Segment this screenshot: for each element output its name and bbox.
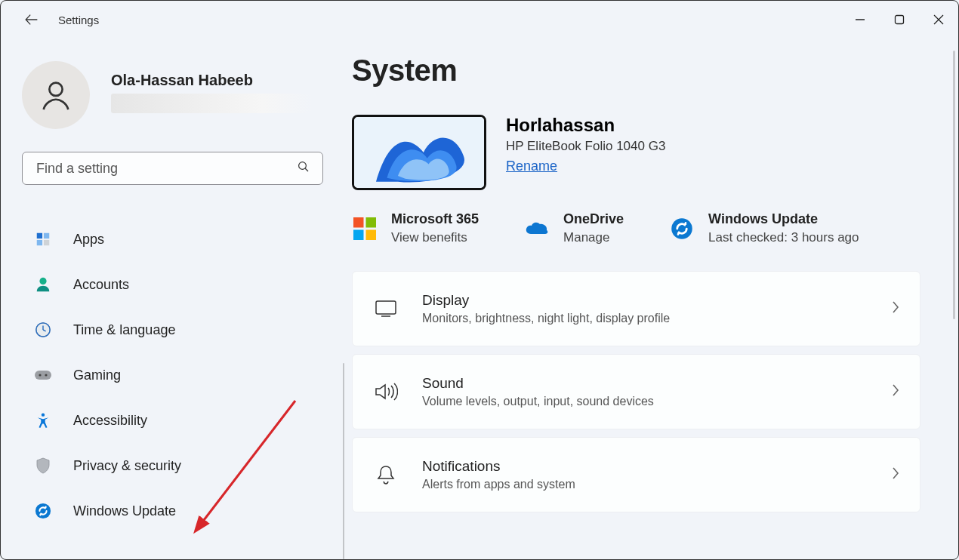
microsoft-logo-icon bbox=[352, 216, 378, 242]
svg-rect-28 bbox=[376, 301, 396, 314]
svg-rect-24 bbox=[366, 217, 377, 228]
tile-sub: Last checked: 3 hours ago bbox=[708, 230, 859, 245]
svg-point-12 bbox=[39, 278, 46, 285]
tile-title: Windows Update bbox=[708, 211, 859, 227]
sidebar-item-label: Privacy & security bbox=[73, 458, 181, 474]
tile-sub: Manage bbox=[563, 230, 624, 245]
card-sub: Monitors, brightness, night light, displ… bbox=[422, 312, 868, 325]
bell-icon bbox=[372, 464, 399, 485]
sidebar-item-label: Apps bbox=[73, 232, 104, 248]
svg-rect-25 bbox=[353, 229, 364, 240]
svg-point-5 bbox=[49, 83, 62, 96]
svg-point-6 bbox=[299, 162, 307, 170]
accessibility-icon bbox=[32, 410, 54, 431]
sidebar-item-label: Accessibility bbox=[73, 413, 147, 429]
search-input[interactable] bbox=[35, 160, 297, 177]
chevron-right-icon bbox=[891, 383, 900, 400]
tile-title: Microsoft 365 bbox=[391, 211, 479, 227]
device-wallpaper bbox=[352, 115, 486, 190]
tile-sub: View benefits bbox=[391, 230, 479, 245]
page-title: System bbox=[352, 54, 920, 88]
card-notifications[interactable]: Notifications Alerts from apps and syste… bbox=[352, 437, 920, 512]
svg-point-21 bbox=[35, 503, 51, 518]
svg-rect-10 bbox=[37, 240, 42, 245]
svg-rect-2 bbox=[896, 16, 904, 24]
onedrive-icon bbox=[524, 216, 550, 242]
card-sub: Alerts from apps and system bbox=[422, 478, 868, 491]
sidebar-item-label: Time & language bbox=[73, 322, 175, 338]
svg-point-27 bbox=[671, 218, 692, 239]
main-content: System Horlahassan HP EliteBook Folio 10… bbox=[344, 38, 958, 559]
sidebar-item-label: Accounts bbox=[73, 277, 129, 293]
gaming-icon bbox=[32, 365, 54, 386]
svg-rect-23 bbox=[353, 217, 364, 228]
maximize-button[interactable] bbox=[880, 6, 919, 33]
sidebar-item-privacy-security[interactable]: Privacy & security bbox=[22, 448, 323, 484]
svg-point-19 bbox=[45, 374, 47, 376]
sidebar-item-apps[interactable]: Apps bbox=[22, 221, 323, 257]
update-sync-icon bbox=[669, 216, 695, 242]
tile-microsoft-365[interactable]: Microsoft 365 View benefits bbox=[352, 211, 479, 245]
sidebar-item-windows-update[interactable]: Windows Update bbox=[22, 493, 323, 529]
tile-windows-update[interactable]: Windows Update Last checked: 3 hours ago bbox=[669, 211, 859, 245]
device-model: HP EliteBook Folio 1040 G3 bbox=[506, 139, 665, 154]
sound-icon bbox=[372, 382, 399, 402]
tile-onedrive[interactable]: OneDrive Manage bbox=[524, 211, 624, 245]
sidebar: Ola-Hassan Habeeb Apps bbox=[1, 38, 344, 559]
tile-title: OneDrive bbox=[563, 211, 624, 227]
svg-point-18 bbox=[39, 374, 41, 376]
minimize-button[interactable] bbox=[840, 6, 880, 33]
titlebar: Settings bbox=[1, 1, 958, 38]
display-icon bbox=[372, 300, 399, 318]
svg-point-20 bbox=[42, 413, 45, 416]
clock-globe-icon bbox=[32, 319, 54, 340]
sidebar-item-accounts[interactable]: Accounts bbox=[22, 266, 323, 303]
card-display[interactable]: Display Monitors, brightness, night ligh… bbox=[352, 271, 920, 346]
card-title: Notifications bbox=[422, 458, 868, 475]
rename-link[interactable]: Rename bbox=[506, 158, 557, 174]
main-scrollbar[interactable] bbox=[953, 51, 955, 319]
close-button[interactable] bbox=[919, 6, 958, 33]
card-sub: Volume levels, output, input, sound devi… bbox=[422, 395, 868, 408]
card-title: Display bbox=[422, 292, 868, 309]
back-button[interactable] bbox=[23, 11, 40, 28]
chevron-right-icon bbox=[891, 300, 900, 317]
user-name: Ola-Hassan Habeeb bbox=[111, 72, 312, 89]
svg-rect-26 bbox=[366, 229, 377, 240]
user-email-redacted bbox=[111, 94, 312, 113]
sidebar-item-gaming[interactable]: Gaming bbox=[22, 357, 323, 393]
svg-rect-9 bbox=[44, 233, 49, 238]
shield-icon bbox=[32, 455, 54, 476]
user-profile[interactable]: Ola-Hassan Habeeb bbox=[22, 61, 323, 129]
search-icon bbox=[297, 160, 310, 177]
accounts-icon bbox=[32, 274, 54, 295]
windows-update-icon bbox=[32, 500, 54, 522]
apps-icon bbox=[32, 229, 54, 250]
device-name: Horlahassan bbox=[506, 115, 665, 136]
sidebar-nav: Apps Accounts Time & language Gaming bbox=[22, 221, 323, 538]
sidebar-item-label: Windows Update bbox=[73, 503, 176, 519]
card-sound[interactable]: Sound Volume levels, output, input, soun… bbox=[352, 354, 920, 429]
avatar bbox=[22, 61, 90, 129]
window-title: Settings bbox=[58, 14, 99, 26]
svg-rect-17 bbox=[35, 371, 51, 380]
sidebar-item-time-language[interactable]: Time & language bbox=[22, 312, 323, 348]
device-summary: Horlahassan HP EliteBook Folio 1040 G3 R… bbox=[352, 115, 920, 190]
settings-cards: Display Monitors, brightness, night ligh… bbox=[352, 271, 920, 512]
sidebar-item-accessibility[interactable]: Accessibility bbox=[22, 402, 323, 438]
chevron-right-icon bbox=[891, 466, 900, 483]
search-box[interactable] bbox=[22, 152, 323, 185]
sidebar-item-label: Gaming bbox=[73, 368, 121, 383]
svg-rect-11 bbox=[44, 240, 49, 245]
card-title: Sound bbox=[422, 375, 868, 392]
quick-tiles: Microsoft 365 View benefits OneDrive Man… bbox=[352, 211, 920, 245]
svg-line-7 bbox=[305, 168, 308, 171]
svg-rect-8 bbox=[37, 233, 42, 238]
